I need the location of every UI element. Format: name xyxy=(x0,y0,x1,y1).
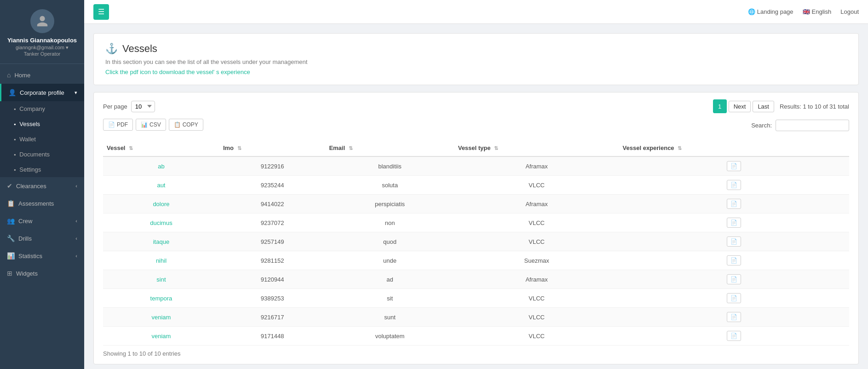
next-page-button[interactable]: Next xyxy=(729,101,751,112)
landing-page-link[interactable]: 🌐 Landing page xyxy=(748,8,793,15)
sidebar-item-company-label: Company xyxy=(19,105,45,112)
vessel-link[interactable]: nihil xyxy=(156,257,167,264)
vessel-link[interactable]: ab xyxy=(158,163,164,170)
vessel-link[interactable]: ducimus xyxy=(150,219,172,226)
chevron-left-icon-stats: ‹ xyxy=(75,253,77,259)
sidebar-item-widgets[interactable]: ⊞ Widgets xyxy=(0,265,84,282)
vessel-doc-button[interactable]: 📄 xyxy=(727,161,741,171)
cell-email: unde xyxy=(325,251,454,270)
sidebar-item-drills[interactable]: 🔧 Drills ‹ xyxy=(0,230,84,247)
vessel-doc-button[interactable]: 📄 xyxy=(727,180,741,190)
vessel-doc-button[interactable]: 📄 xyxy=(727,312,741,322)
sidebar-item-clearances-label: Clearances xyxy=(16,183,46,190)
sidebar-item-company[interactable]: ▪ Company xyxy=(0,101,84,116)
sidebar-item-vessels[interactable]: ▪ Vessels xyxy=(0,116,84,132)
sidebar-item-crew-label: Crew xyxy=(18,218,32,225)
sidebar-item-documents[interactable]: ▪ Documents xyxy=(0,147,84,162)
table-row: veniam 9216717 sunt VLCC 📄 xyxy=(103,308,849,327)
table-row: veniam 9171448 voluptatem VLCC 📄 xyxy=(103,327,849,346)
table-controls-top: Per page 10 25 50 100 1 Next Last Result… xyxy=(103,99,849,113)
settings-icon: ▪ xyxy=(14,167,16,173)
pdf-export-button[interactable]: 📄 PDF xyxy=(103,119,133,131)
table-row: aut 9235244 soluta VLCC 📄 xyxy=(103,176,849,195)
search-row: Search: xyxy=(751,120,849,131)
last-page-button[interactable]: Last xyxy=(753,101,774,112)
clearances-icon: ✔ xyxy=(7,182,12,190)
pdf-download-link[interactable]: Click the pdf icon to download the vesse… xyxy=(105,69,250,75)
chevron-left-icon: ‹ xyxy=(75,183,77,189)
topbar-left: ☰ xyxy=(93,4,109,20)
cell-email: non xyxy=(325,213,454,232)
vessel-link[interactable]: sint xyxy=(156,276,166,283)
vessel-link[interactable]: tempora xyxy=(150,295,172,302)
widgets-icon: ⊞ xyxy=(7,270,12,277)
logout-link[interactable]: Logout xyxy=(840,8,859,15)
export-buttons: 📄 PDF 📊 CSV 📋 COPY xyxy=(103,119,203,131)
per-page-select[interactable]: 10 25 50 100 xyxy=(131,101,155,112)
vessel-link[interactable]: dolore xyxy=(153,201,169,208)
sidebar-item-home-label: Home xyxy=(14,72,30,79)
vessel-doc-button[interactable]: 📄 xyxy=(727,218,741,228)
sort-email-icon[interactable]: ⇅ xyxy=(349,145,353,151)
sidebar-item-settings[interactable]: ▪ Settings xyxy=(0,162,84,177)
cell-vessel: itaque xyxy=(103,232,219,251)
sidebar-item-statistics[interactable]: 📊 Statistics ‹ xyxy=(0,247,84,265)
vessel-link[interactable]: aut xyxy=(157,182,165,189)
hamburger-icon: ☰ xyxy=(98,7,104,16)
sort-imo-icon[interactable]: ⇅ xyxy=(237,145,241,151)
page-subtitle: In this section you can see the list of … xyxy=(105,58,847,65)
cell-imo: 9281152 xyxy=(219,251,325,270)
cell-vessel-type: Aframax xyxy=(454,270,619,289)
page-header: ⚓ Vessels In this section you can see th… xyxy=(93,33,859,85)
vessel-link[interactable]: veniam xyxy=(151,314,171,321)
cell-vessel-experience: 📄 xyxy=(619,232,849,251)
table-row: sint 9120944 ad Aframax 📄 xyxy=(103,270,849,289)
sort-vessel-icon[interactable]: ⇅ xyxy=(129,145,133,151)
wallet-icon: ▪ xyxy=(14,136,16,143)
showing-entries-text: Showing 1 to 10 of 10 entries xyxy=(103,350,180,357)
sort-vessel-type-icon[interactable]: ⇅ xyxy=(494,145,498,151)
vessel-link[interactable]: veniam xyxy=(151,333,171,340)
sidebar-item-assessments[interactable]: 📋 Assessments xyxy=(0,195,84,212)
table-header: Vessel ⇅ Imo ⇅ Email ⇅ Vessel type ⇅ Ves xyxy=(103,140,849,156)
sidebar-submenu-corporate: ▪ Company ▪ Vessels ▪ Wallet ▪ Documents… xyxy=(0,101,84,177)
copy-export-button[interactable]: 📋 COPY xyxy=(169,119,203,131)
cell-vessel-experience: 📄 xyxy=(619,176,849,195)
cell-imo: 9122916 xyxy=(219,156,325,176)
csv-export-button[interactable]: 📊 CSV xyxy=(136,119,166,131)
cell-vessel-type: VLCC xyxy=(454,289,619,308)
search-label: Search: xyxy=(751,122,772,129)
vessel-doc-button[interactable]: 📄 xyxy=(727,199,741,209)
vessel-link[interactable]: itaque xyxy=(153,238,169,245)
pagination-results-row: 1 Next Last Results: 1 to 10 of 31 total xyxy=(713,99,849,113)
vessel-doc-button[interactable]: 📄 xyxy=(727,274,741,284)
sidebar-item-corporate-profile[interactable]: 👤 Corporate profile ▾ xyxy=(0,84,84,101)
sort-vessel-exp-icon[interactable]: ⇅ xyxy=(678,145,682,151)
vessel-doc-button[interactable]: 📄 xyxy=(727,331,741,341)
sidebar-item-documents-label: Documents xyxy=(19,151,50,158)
cell-email: soluta xyxy=(325,176,454,195)
cell-imo: 9120944 xyxy=(219,270,325,289)
language-selector[interactable]: 🇬🇧 English xyxy=(803,8,832,15)
sidebar-user-info: Yiannis Giannakopoulos gianngnk@gmail.co… xyxy=(0,0,84,64)
sidebar-item-settings-label: Settings xyxy=(19,166,41,173)
vessel-doc-button[interactable]: 📄 xyxy=(727,293,741,303)
sidebar-item-clearances[interactable]: ✔ Clearances ‹ xyxy=(0,177,84,195)
sidebar-item-wallet[interactable]: ▪ Wallet xyxy=(0,132,84,147)
vessels-table: Vessel ⇅ Imo ⇅ Email ⇅ Vessel type ⇅ Ves xyxy=(103,140,849,346)
user-icon: 👤 xyxy=(8,89,16,96)
sidebar-item-crew[interactable]: 👥 Crew ‹ xyxy=(0,212,84,230)
sidebar-item-wallet-label: Wallet xyxy=(19,136,36,143)
topbar-right: 🌐 Landing page 🇬🇧 English Logout xyxy=(748,8,859,15)
drills-icon: 🔧 xyxy=(7,235,15,242)
sidebar-item-corporate-label: Corporate profile xyxy=(20,89,64,96)
avatar xyxy=(30,9,54,33)
vessel-doc-button[interactable]: 📄 xyxy=(727,236,741,247)
sidebar-item-home[interactable]: ⌂ Home xyxy=(0,66,84,84)
cell-vessel: tempora xyxy=(103,289,219,308)
cell-vessel-experience: 📄 xyxy=(619,213,849,232)
cell-vessel-experience: 📄 xyxy=(619,156,849,176)
search-input[interactable] xyxy=(776,120,849,131)
vessel-doc-button[interactable]: 📄 xyxy=(727,255,741,265)
hamburger-button[interactable]: ☰ xyxy=(93,4,109,20)
